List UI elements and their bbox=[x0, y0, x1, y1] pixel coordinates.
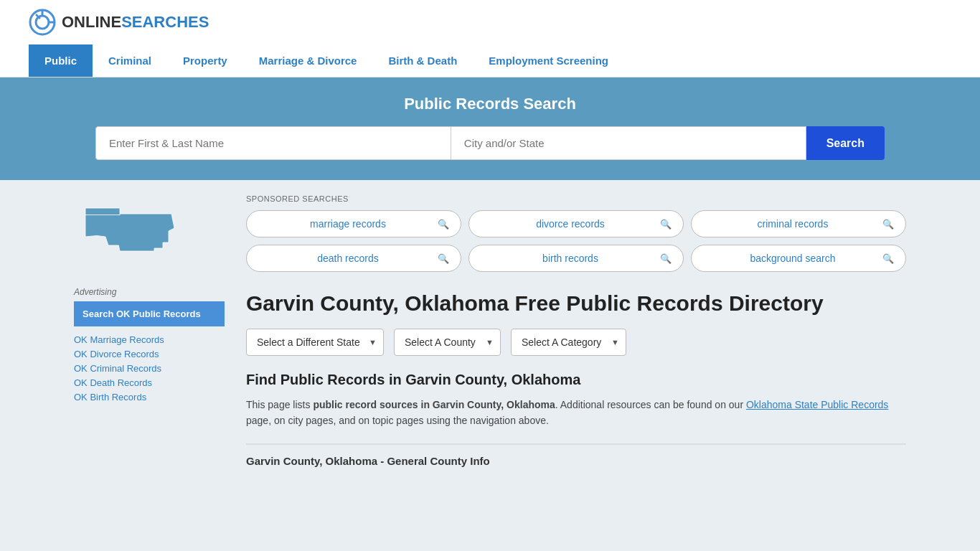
search-icon-marriage: 🔍 bbox=[438, 219, 449, 230]
nav-link-birth[interactable]: Birth & Death bbox=[372, 44, 473, 77]
name-input[interactable] bbox=[95, 126, 451, 160]
sidebar-link-marriage[interactable]: OK Marriage Records bbox=[74, 334, 225, 345]
oklahoma-map bbox=[74, 194, 225, 276]
nav-link-public[interactable]: Public bbox=[29, 44, 93, 77]
sponsored-link-background[interactable]: background search bbox=[703, 253, 882, 264]
sponsored-link-death[interactable]: death records bbox=[258, 253, 438, 264]
dropdowns-row: Select a Different State Select A County… bbox=[246, 329, 906, 356]
find-description: This page lists public record sources in… bbox=[246, 397, 906, 429]
search-icon-birth: 🔍 bbox=[660, 253, 672, 264]
nav-item-public[interactable]: Public bbox=[29, 44, 93, 77]
nav-item-birth[interactable]: Birth & Death bbox=[372, 44, 473, 77]
sidebar-link-divorce[interactable]: OK Divorce Records bbox=[74, 348, 225, 359]
hero-section: Public Records Search Search bbox=[0, 77, 980, 180]
main-layout: Advertising Search OK Public Records OK … bbox=[45, 180, 935, 481]
sponsored-item-birth[interactable]: birth records 🔍 bbox=[468, 245, 684, 272]
sponsored-item-death[interactable]: death records 🔍 bbox=[246, 245, 461, 272]
sponsored-link-divorce[interactable]: divorce records bbox=[481, 218, 660, 230]
sponsored-link-marriage[interactable]: marriage records bbox=[258, 218, 438, 230]
county-select[interactable]: Select A County bbox=[394, 329, 501, 356]
page-title: Garvin County, Oklahoma Free Public Reco… bbox=[246, 289, 906, 317]
sidebar-link-death[interactable]: OK Death Records bbox=[74, 377, 225, 388]
nav-link-property[interactable]: Property bbox=[167, 44, 243, 77]
sponsored-label: SPONSORED SEARCHES bbox=[246, 194, 906, 203]
city-input[interactable] bbox=[451, 126, 806, 160]
nav-item-marriage[interactable]: Marriage & Divorce bbox=[243, 44, 373, 77]
sidebar-links: OK Marriage Records OK Divorce Records O… bbox=[74, 334, 225, 402]
sponsored-link-criminal[interactable]: criminal records bbox=[703, 218, 882, 230]
search-icon-death: 🔍 bbox=[438, 253, 449, 264]
sponsored-link-birth[interactable]: birth records bbox=[481, 253, 660, 264]
find-title: Find Public Records in Garvin County, Ok… bbox=[246, 372, 906, 388]
logo-text: ONLINESEARCHES bbox=[62, 13, 209, 32]
nav-link-marriage[interactable]: Marriage & Divorce bbox=[243, 44, 373, 77]
svg-rect-4 bbox=[85, 208, 120, 215]
main-nav: Public Criminal Property Marriage & Divo… bbox=[0, 44, 980, 77]
nav-item-criminal[interactable]: Criminal bbox=[93, 44, 167, 77]
sidebar-link-birth[interactable]: OK Birth Records bbox=[74, 391, 225, 402]
sidebar: Advertising Search OK Public Records OK … bbox=[74, 194, 225, 467]
content-area: SPONSORED SEARCHES marriage records 🔍 di… bbox=[246, 194, 906, 467]
find-link[interactable]: Oklahoma State Public Records bbox=[746, 399, 888, 410]
search-row: Search bbox=[95, 126, 885, 160]
sponsored-grid: marriage records 🔍 divorce records 🔍 cri… bbox=[246, 210, 906, 272]
search-icon-divorce: 🔍 bbox=[660, 219, 672, 230]
ad-box[interactable]: Search OK Public Records bbox=[74, 301, 225, 326]
category-select-wrapper: Select A Category bbox=[511, 329, 626, 356]
find-section: Find Public Records in Garvin County, Ok… bbox=[246, 372, 906, 467]
page-title-section: Garvin County, Oklahoma Free Public Reco… bbox=[246, 289, 906, 356]
hero-title: Public Records Search bbox=[29, 95, 951, 113]
state-map-svg bbox=[74, 194, 189, 273]
nav-item-employment[interactable]: Employment Screening bbox=[473, 44, 624, 77]
search-icon-background: 🔍 bbox=[882, 253, 894, 264]
site-header: ONLINESEARCHES bbox=[0, 0, 980, 44]
state-select-wrapper: Select a Different State bbox=[246, 329, 384, 356]
state-select[interactable]: Select a Different State bbox=[246, 329, 384, 356]
find-bold: public record sources in Garvin County, … bbox=[313, 399, 555, 410]
nav-link-criminal[interactable]: Criminal bbox=[93, 44, 167, 77]
nav-item-property[interactable]: Property bbox=[167, 44, 243, 77]
find-text-3: page, on city pages, and on topic pages … bbox=[246, 415, 549, 426]
search-button[interactable]: Search bbox=[806, 126, 885, 160]
search-icon-criminal: 🔍 bbox=[882, 219, 894, 230]
logo[interactable]: ONLINESEARCHES bbox=[29, 9, 209, 36]
logo-icon bbox=[29, 9, 56, 36]
nav-link-employment[interactable]: Employment Screening bbox=[473, 44, 624, 77]
sponsored-section: SPONSORED SEARCHES marriage records 🔍 di… bbox=[246, 194, 906, 272]
county-select-wrapper: Select A County bbox=[394, 329, 501, 356]
category-select[interactable]: Select A Category bbox=[511, 329, 626, 356]
ad-label: Advertising bbox=[74, 287, 225, 297]
sponsored-item-divorce[interactable]: divorce records 🔍 bbox=[468, 210, 684, 237]
sidebar-link-criminal[interactable]: OK Criminal Records bbox=[74, 362, 225, 374]
county-info-bar: Garvin County, Oklahoma - General County… bbox=[246, 443, 906, 467]
svg-point-1 bbox=[36, 16, 49, 29]
sponsored-item-criminal[interactable]: criminal records 🔍 bbox=[691, 210, 906, 237]
sponsored-item-background[interactable]: background search 🔍 bbox=[691, 245, 906, 272]
find-text-2: . Additional resources can be found on o… bbox=[555, 399, 746, 410]
sponsored-item-marriage[interactable]: marriage records 🔍 bbox=[246, 210, 461, 237]
county-info-label: Garvin County, Oklahoma - General County… bbox=[246, 455, 490, 467]
find-text-1: This page lists bbox=[246, 399, 313, 410]
